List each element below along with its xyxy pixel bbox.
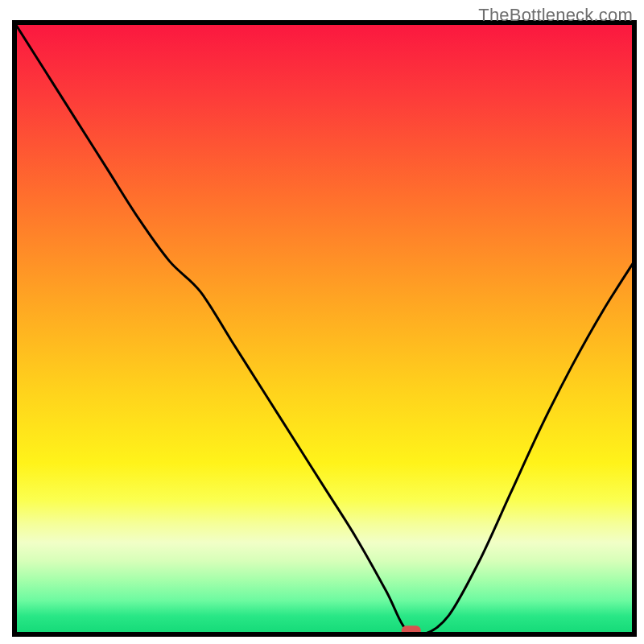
- chart-svg: [0, 0, 644, 644]
- watermark-text: TheBottleneck.com: [478, 5, 633, 26]
- gradient-background: [14, 23, 634, 634]
- bottleneck-chart: TheBottleneck.com: [0, 0, 644, 644]
